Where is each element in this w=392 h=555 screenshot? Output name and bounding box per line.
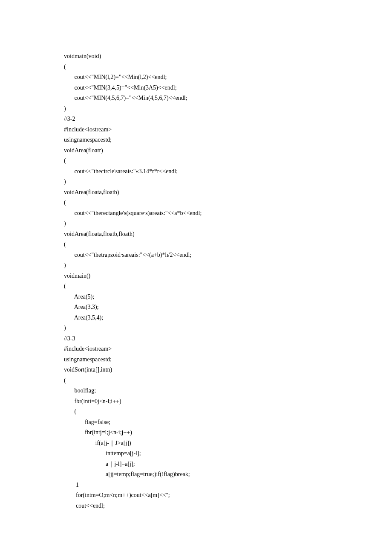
code-line: ) [64, 218, 328, 229]
code-page: voidmain(void) ( cout<<"MIN(l,2)="<<Min(… [0, 0, 392, 511]
code-line: //3-2 [64, 114, 328, 125]
code-line: a[jj=temp;flag=true;)if(!flag)break; [64, 469, 328, 480]
code-line: ( [64, 375, 328, 386]
code-line: voidmain(void) [64, 51, 328, 62]
code-line: cout<<"MIN(l,2)="<<Min(l,2)<<endl; [64, 72, 328, 83]
code-line: cout<<"MIN(3,4,5)="<<Min(3A5)<<endl; [64, 83, 328, 93]
code-line: Area(3,5,4); [64, 313, 328, 323]
code-line: a｜j-l]=a[j]; [64, 459, 328, 470]
code-line: cout<<"thecircle'sareais:"«3.14*r*r<<end… [64, 166, 328, 177]
code-line: cout<<"therectangle's(square·s)areais:"<… [64, 208, 328, 219]
code-line: ( [64, 239, 328, 250]
code-line: ) [64, 323, 328, 334]
code-line: ( [64, 156, 328, 166]
code-line: //3-3 [64, 334, 328, 344]
code-line: if(a[j-｜J>a[j]) [64, 438, 328, 449]
code-line: 1 [64, 480, 328, 491]
code-line: cout<<"MIN(4,5,6,7)="<<Min(4,5,6,7)<<end… [64, 93, 328, 104]
code-line: cout<<endl; [64, 501, 328, 511]
code-line: ) [64, 104, 328, 114]
code-line: for(intm=O;m<n;m++)cout<<a[m]<<''; [64, 490, 328, 501]
code-line: flag=false; [64, 417, 328, 428]
code-line: #include<iostream> [64, 125, 328, 135]
code-line: usingnamespacestd; [64, 355, 328, 365]
code-line: voidArea(floata,floatb) [64, 187, 328, 198]
code-line: fbr(intj=l;j<n-i;j++) [64, 427, 328, 438]
code-line: voidmain() [64, 271, 328, 282]
code-line: Area(3,3); [64, 302, 328, 313]
code-line: usingnamespacestd; [64, 135, 328, 145]
code-line: ) [64, 260, 328, 271]
code-line: voidArea(floata,floatb,floath) [64, 229, 328, 240]
code-line: voidArea(floatr) [64, 145, 328, 156]
code-line: ) [64, 177, 328, 187]
code-line: voidSort(inta[],intn) [64, 365, 328, 375]
code-line: inttemp=a[j-l]; [64, 448, 328, 459]
code-line: ( [64, 62, 328, 73]
code-line: ( [64, 281, 328, 292]
code-line: #include<iostream> [64, 344, 328, 355]
code-line: Area(5); [64, 292, 328, 302]
code-line: boolflag; [64, 386, 328, 396]
code-line: cout<<"thetrapzoid·sareais:"<<(a+b)*h/2<… [64, 250, 328, 261]
code-line: ( [64, 198, 328, 208]
code-line: ( [64, 407, 328, 417]
code-line: fbr(inti=0j<n-l;i++) [64, 396, 328, 407]
